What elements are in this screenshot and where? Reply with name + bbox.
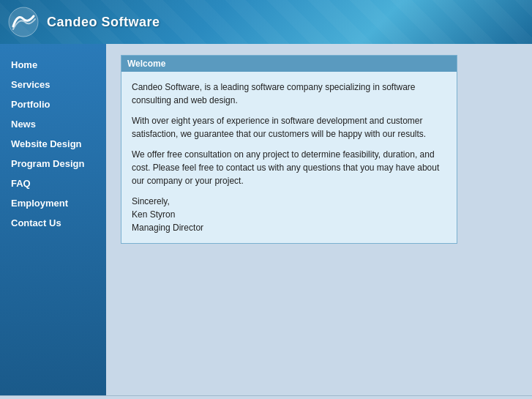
welcome-name: Ken Styron xyxy=(132,209,175,220)
welcome-body: Candeo Software, is a leading software c… xyxy=(121,72,457,243)
sidebar-item-services[interactable]: Services xyxy=(0,75,106,94)
welcome-closing: Sincerely, Ken Styron Managing Director xyxy=(132,195,446,234)
sidebar-item-portfolio[interactable]: Portfolio xyxy=(0,94,106,114)
sidebar-nav: Home Services Portfolio News Website Des… xyxy=(0,44,106,395)
sidebar-item-news[interactable]: News xyxy=(0,114,106,134)
welcome-para-2: With over eight years of experience in s… xyxy=(132,114,446,141)
svg-point-0 xyxy=(9,7,38,37)
site-footer: Home · Services · Portfolio · News · Web… xyxy=(0,395,532,399)
sidebar-item-website-design[interactable]: Website Design xyxy=(0,134,106,154)
site-header: Candeo Software xyxy=(0,0,532,44)
welcome-para-1: Candeo Software, is a leading software c… xyxy=(132,81,446,107)
site-title: Candeo Software xyxy=(47,15,160,30)
welcome-title: Managing Director xyxy=(132,223,203,233)
welcome-para-3: We offer free consultation on any projec… xyxy=(132,148,446,187)
main-content: Welcome Candeo Software, is a leading so… xyxy=(106,44,532,395)
welcome-box: Welcome Candeo Software, is a leading so… xyxy=(121,55,457,244)
sidebar-item-home[interactable]: Home xyxy=(0,55,106,75)
main-layout: Home Services Portfolio News Website Des… xyxy=(0,44,532,395)
logo-container: Candeo Software xyxy=(7,6,160,38)
sidebar-item-contact-us[interactable]: Contact Us xyxy=(0,213,106,233)
sidebar-item-employment[interactable]: Employment xyxy=(0,193,106,213)
sidebar-item-faq[interactable]: FAQ xyxy=(0,174,106,193)
logo-icon xyxy=(7,6,40,38)
welcome-heading: Welcome xyxy=(121,56,457,72)
sidebar-item-program-design[interactable]: Program Design xyxy=(0,154,106,174)
